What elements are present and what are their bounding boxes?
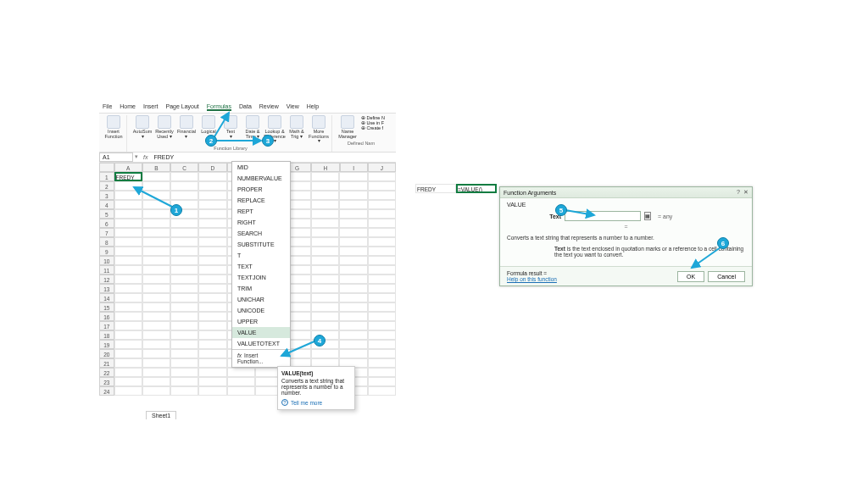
cell[interactable] <box>198 200 226 209</box>
col-header[interactable]: H <box>311 163 339 172</box>
cell[interactable] <box>170 377 198 386</box>
cell[interactable] <box>198 321 226 330</box>
cell[interactable] <box>142 274 170 284</box>
cell[interactable] <box>368 293 396 302</box>
cell[interactable] <box>142 340 170 349</box>
cell[interactable] <box>311 265 339 274</box>
cell[interactable] <box>368 228 396 237</box>
cell[interactable] <box>339 274 367 284</box>
dropdown-item-value[interactable]: VALUE <box>232 327 290 338</box>
cell[interactable] <box>339 330 367 340</box>
row-header[interactable]: 12 <box>99 274 114 284</box>
cell[interactable] <box>311 293 339 302</box>
cell[interactable] <box>114 302 142 312</box>
cell[interactable] <box>368 358 396 368</box>
cell[interactable] <box>368 200 396 209</box>
ribbon-more[interactable]: MoreFunctions ▾ <box>309 115 329 144</box>
cell[interactable] <box>311 321 339 330</box>
dropdown-item-text[interactable]: TEXT <box>232 261 290 272</box>
cell[interactable] <box>170 330 198 340</box>
cell[interactable] <box>311 312 339 321</box>
row-header[interactable]: 19 <box>99 340 114 349</box>
cell[interactable] <box>339 247 367 256</box>
dropdown-item-mid[interactable]: MID <box>232 162 290 173</box>
col-header[interactable]: I <box>340 163 368 172</box>
cell[interactable] <box>311 284 339 293</box>
help-link[interactable]: Help on this function <box>507 276 557 282</box>
cell[interactable] <box>142 172 170 181</box>
col-header[interactable]: C <box>170 163 198 172</box>
dropdown-item-right[interactable]: RIGHT <box>232 217 290 228</box>
cell[interactable] <box>198 237 226 247</box>
dropdown-item-search[interactable]: SEARCH <box>232 228 290 239</box>
ribbon-side-item[interactable]: ⊕ Create f <box>361 125 385 130</box>
cell[interactable] <box>170 237 198 247</box>
cell[interactable] <box>227 368 255 377</box>
cell[interactable] <box>198 209 226 219</box>
row-header[interactable]: 15 <box>99 302 114 312</box>
cell[interactable] <box>198 191 226 200</box>
cell[interactable] <box>170 293 198 302</box>
cell[interactable] <box>170 256 198 265</box>
dropdown-item-replace[interactable]: REPLACE <box>232 195 290 206</box>
cell[interactable]: FREDY <box>114 172 142 181</box>
cell[interactable] <box>114 247 142 256</box>
cell[interactable] <box>142 349 170 358</box>
cell[interactable] <box>170 358 198 368</box>
ribbon-recently[interactable]: RecentlyUsed ▾ <box>154 115 175 144</box>
dropdown-item-numbervalue[interactable]: NUMBERVALUE <box>232 173 290 184</box>
cell[interactable] <box>311 181 339 191</box>
row-header[interactable]: 5 <box>99 209 114 219</box>
dropdown-item-proper[interactable]: PROPER <box>232 184 290 195</box>
cell[interactable] <box>114 358 142 368</box>
cell[interactable] <box>368 386 396 396</box>
help-icon[interactable]: ? <box>737 189 740 196</box>
cell[interactable] <box>311 237 339 247</box>
cell[interactable] <box>339 209 367 219</box>
cell[interactable] <box>368 368 396 377</box>
dropdown-item-unicode[interactable]: UNICODE <box>232 305 290 316</box>
cell[interactable] <box>170 340 198 349</box>
cell[interactable] <box>368 377 396 386</box>
cell[interactable] <box>368 265 396 274</box>
cell[interactable] <box>368 321 396 330</box>
cell[interactable] <box>142 228 170 237</box>
close-icon[interactable]: ✕ <box>743 189 748 196</box>
cell[interactable] <box>339 302 367 312</box>
cell[interactable] <box>339 172 367 181</box>
cell[interactable] <box>142 368 170 377</box>
row-header[interactable]: 1 <box>99 172 114 181</box>
cell[interactable] <box>339 349 367 358</box>
cell[interactable] <box>142 321 170 330</box>
cell[interactable] <box>142 219 170 228</box>
cell[interactable] <box>339 321 367 330</box>
menu-data[interactable]: Data <box>239 103 252 111</box>
row-header[interactable]: 16 <box>99 312 114 321</box>
cell[interactable] <box>114 386 142 396</box>
cell[interactable] <box>198 265 226 274</box>
cell[interactable] <box>114 265 142 274</box>
cell[interactable] <box>170 274 198 284</box>
cell[interactable] <box>368 219 396 228</box>
cell[interactable] <box>227 386 255 396</box>
dropdown-item-t[interactable]: T <box>232 250 290 261</box>
cell[interactable] <box>114 284 142 293</box>
cell[interactable] <box>198 284 226 293</box>
cell[interactable] <box>114 321 142 330</box>
select-all-corner[interactable] <box>99 163 114 172</box>
row-header[interactable]: 6 <box>99 219 114 228</box>
cell[interactable] <box>368 302 396 312</box>
cell[interactable] <box>114 312 142 321</box>
row-header[interactable]: 4 <box>99 200 114 209</box>
cell[interactable] <box>142 293 170 302</box>
ribbon-math--[interactable]: Math &Trig ▾ <box>287 115 307 144</box>
cell[interactable] <box>198 358 226 368</box>
range-selector-icon[interactable]: ▦ <box>644 212 651 220</box>
col-header[interactable]: B <box>142 163 170 172</box>
menu-page-layout[interactable]: Page Layout <box>165 103 198 111</box>
cell[interactable] <box>170 228 198 237</box>
cell[interactable] <box>170 284 198 293</box>
menu-file[interactable]: File <box>103 103 112 111</box>
dropdown-item-upper[interactable]: UPPER <box>232 316 290 327</box>
row-header[interactable]: 22 <box>99 368 114 377</box>
